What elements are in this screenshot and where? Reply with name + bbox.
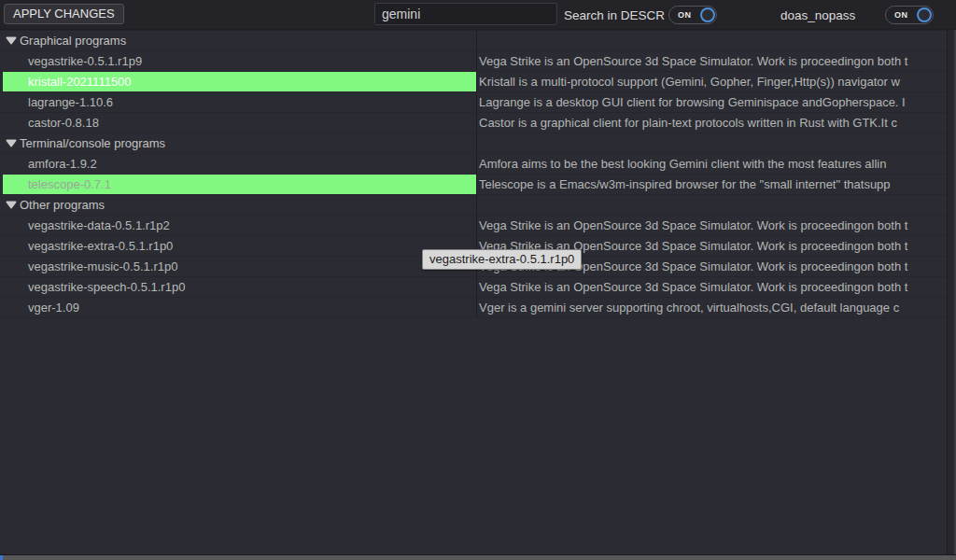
group-name-cell[interactable]: Graphical programs — [3, 31, 477, 50]
package-label: castor-0.8.18 — [3, 113, 99, 133]
package-row[interactable]: vger-1.09Vger is a gemini server support… — [0, 298, 956, 318]
package-name-cell[interactable]: telescope-0.7.1 — [3, 175, 477, 194]
group-row[interactable]: Terminal/console programs — [0, 133, 956, 154]
package-row[interactable]: lagrange-1.10.6Lagrange is a desktop GUI… — [0, 92, 956, 113]
package-label: vegastrike-speech-0.5.1.r1p0 — [3, 277, 185, 297]
package-label: vegastrike-data-0.5.1.r1p2 — [3, 216, 170, 235]
package-description — [477, 195, 956, 215]
package-label: lagrange-1.10.6 — [3, 92, 113, 112]
group-label: Other programs — [20, 195, 105, 215]
doas-nopass-label: doas_nopass — [780, 0, 855, 30]
package-name-cell[interactable]: castor-0.8.18 — [3, 113, 477, 133]
expander-down-icon[interactable] — [6, 139, 17, 147]
package-row[interactable]: vegastrike-data-0.5.1.r1p2Vega Strike is… — [0, 216, 956, 236]
search-in-descr-label: Search in DESCR — [564, 0, 665, 30]
package-label: vegastrike-music-0.5.1.r1p0 — [3, 257, 177, 276]
vertical-scrollbar[interactable] — [947, 30, 956, 554]
package-description — [477, 133, 956, 153]
package-name-cell[interactable]: vegastrike-0.5.1.r1p9 — [3, 51, 477, 71]
package-description: Amfora aims to be the best looking Gemin… — [477, 154, 956, 174]
package-description: Vega Strike is an OpenSource 3d Space Si… — [477, 277, 956, 297]
group-label: Graphical programs — [20, 31, 126, 50]
toolbar: APPLY CHANGES Search in DESCR ON doas_no… — [0, 0, 956, 30]
doas-nopass-toggle[interactable]: ON — [885, 6, 934, 24]
package-name-cell[interactable]: amfora-1.9.2 — [3, 154, 477, 174]
package-description: Castor is a graphical client for plain-t… — [477, 113, 956, 133]
package-name-cell[interactable]: vegastrike-extra-0.5.1.r1p0 — [3, 236, 477, 256]
package-row[interactable]: vegastrike-speech-0.5.1.r1p0Vega Strike … — [0, 277, 956, 298]
package-description: Kristall is a multi-protocol support (Ge… — [477, 72, 956, 91]
package-row[interactable]: kristall-2021111500Kristall is a multi-p… — [0, 72, 956, 92]
group-name-cell[interactable]: Other programs — [3, 195, 477, 215]
group-name-cell[interactable]: Terminal/console programs — [3, 133, 477, 153]
package-description: Vega Strike is an OpenSource 3d Space Si… — [477, 216, 956, 235]
package-name-cell[interactable]: vegastrike-speech-0.5.1.r1p0 — [3, 277, 477, 297]
package-row[interactable]: amfora-1.9.2Amfora aims to be the best l… — [0, 154, 956, 175]
package-name-cell[interactable]: vger-1.09 — [3, 298, 477, 317]
package-label: kristall-2021111500 — [3, 72, 132, 91]
toggle-knob-icon — [917, 7, 932, 22]
package-label: vegastrike-0.5.1.r1p9 — [3, 51, 142, 71]
package-tree: Graphical programsvegastrike-0.5.1.r1p9V… — [0, 30, 956, 554]
package-label: amfora-1.9.2 — [3, 154, 97, 174]
package-tooltip: vegastrike-extra-0.5.1.r1p0 — [422, 249, 582, 270]
package-description: Vger is a gemini server supporting chroo… — [477, 298, 956, 317]
toggle-state-label: ON — [678, 10, 691, 20]
group-label: Terminal/console programs — [20, 133, 165, 153]
package-description: Telescope is a Emacs/w3m-inspired browse… — [477, 175, 956, 194]
package-row[interactable]: vegastrike-0.5.1.r1p9Vega Strike is an O… — [0, 51, 956, 72]
package-name-cell[interactable]: vegastrike-data-0.5.1.r1p2 — [3, 216, 477, 235]
package-name-cell[interactable]: vegastrike-music-0.5.1.r1p0 — [3, 257, 477, 276]
package-manager-window: APPLY CHANGES Search in DESCR ON doas_no… — [0, 0, 956, 560]
apply-changes-button[interactable]: APPLY CHANGES — [4, 4, 124, 24]
bottom-bar — [0, 554, 956, 560]
group-row[interactable]: Other programs — [0, 195, 956, 216]
group-row[interactable]: Graphical programs — [0, 31, 956, 51]
package-row[interactable]: telescope-0.7.1Telescope is a Emacs/w3m-… — [0, 175, 956, 195]
package-row[interactable]: castor-0.8.18Castor is a graphical clien… — [0, 113, 956, 133]
package-description — [477, 31, 956, 50]
package-label: vger-1.09 — [3, 298, 79, 317]
toggle-state-label: ON — [894, 10, 907, 20]
expander-down-icon[interactable] — [6, 36, 17, 45]
search-in-descr-toggle[interactable]: ON — [668, 6, 717, 24]
package-description: Lagrange is a desktop GUI client for bro… — [477, 92, 956, 112]
search-input[interactable] — [374, 3, 557, 25]
expander-down-icon[interactable] — [6, 201, 17, 209]
package-description: Vega Strike is an OpenSource 3d Space Si… — [477, 51, 956, 71]
package-label: vegastrike-extra-0.5.1.r1p0 — [3, 236, 173, 256]
package-label: telescope-0.7.1 — [3, 175, 111, 194]
package-name-cell[interactable]: kristall-2021111500 — [3, 72, 477, 91]
package-name-cell[interactable]: lagrange-1.10.6 — [3, 92, 477, 112]
toggle-knob-icon — [700, 7, 715, 22]
bottom-corner-accent — [0, 555, 3, 560]
